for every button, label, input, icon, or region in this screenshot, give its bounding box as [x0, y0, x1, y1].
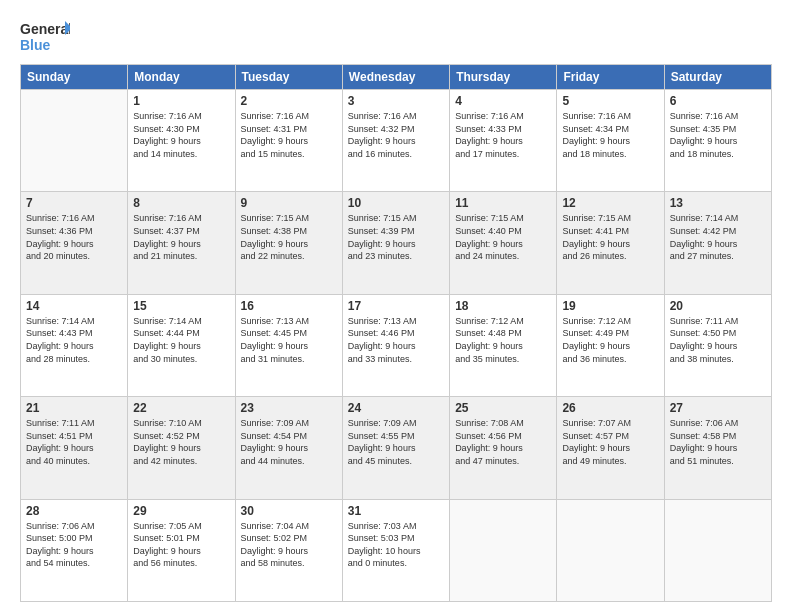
calendar-week-row: 21Sunrise: 7:11 AM Sunset: 4:51 PM Dayli…: [21, 397, 772, 499]
day-info: Sunrise: 7:06 AM Sunset: 4:58 PM Dayligh…: [670, 417, 766, 467]
day-number: 27: [670, 401, 766, 415]
day-number: 21: [26, 401, 122, 415]
calendar-week-row: 7Sunrise: 7:16 AM Sunset: 4:36 PM Daylig…: [21, 192, 772, 294]
day-number: 16: [241, 299, 337, 313]
logo-svg: General Blue: [20, 16, 70, 56]
calendar-day-11: 11Sunrise: 7:15 AM Sunset: 4:40 PM Dayli…: [450, 192, 557, 294]
weekday-header-monday: Monday: [128, 65, 235, 90]
calendar-day-empty: [664, 499, 771, 601]
day-info: Sunrise: 7:12 AM Sunset: 4:48 PM Dayligh…: [455, 315, 551, 365]
day-info: Sunrise: 7:12 AM Sunset: 4:49 PM Dayligh…: [562, 315, 658, 365]
calendar-day-25: 25Sunrise: 7:08 AM Sunset: 4:56 PM Dayli…: [450, 397, 557, 499]
weekday-header-thursday: Thursday: [450, 65, 557, 90]
calendar-day-31: 31Sunrise: 7:03 AM Sunset: 5:03 PM Dayli…: [342, 499, 449, 601]
calendar-day-5: 5Sunrise: 7:16 AM Sunset: 4:34 PM Daylig…: [557, 90, 664, 192]
day-number: 1: [133, 94, 229, 108]
day-number: 17: [348, 299, 444, 313]
day-info: Sunrise: 7:04 AM Sunset: 5:02 PM Dayligh…: [241, 520, 337, 570]
day-number: 10: [348, 196, 444, 210]
calendar-day-9: 9Sunrise: 7:15 AM Sunset: 4:38 PM Daylig…: [235, 192, 342, 294]
calendar-day-30: 30Sunrise: 7:04 AM Sunset: 5:02 PM Dayli…: [235, 499, 342, 601]
weekday-header-wednesday: Wednesday: [342, 65, 449, 90]
day-info: Sunrise: 7:06 AM Sunset: 5:00 PM Dayligh…: [26, 520, 122, 570]
day-info: Sunrise: 7:09 AM Sunset: 4:54 PM Dayligh…: [241, 417, 337, 467]
logo: General Blue: [20, 16, 70, 56]
day-info: Sunrise: 7:05 AM Sunset: 5:01 PM Dayligh…: [133, 520, 229, 570]
day-info: Sunrise: 7:16 AM Sunset: 4:37 PM Dayligh…: [133, 212, 229, 262]
day-info: Sunrise: 7:16 AM Sunset: 4:31 PM Dayligh…: [241, 110, 337, 160]
calendar-day-18: 18Sunrise: 7:12 AM Sunset: 4:48 PM Dayli…: [450, 294, 557, 396]
day-info: Sunrise: 7:16 AM Sunset: 4:32 PM Dayligh…: [348, 110, 444, 160]
day-info: Sunrise: 7:10 AM Sunset: 4:52 PM Dayligh…: [133, 417, 229, 467]
calendar-day-7: 7Sunrise: 7:16 AM Sunset: 4:36 PM Daylig…: [21, 192, 128, 294]
calendar-week-row: 14Sunrise: 7:14 AM Sunset: 4:43 PM Dayli…: [21, 294, 772, 396]
page-header: General Blue: [20, 16, 772, 56]
calendar-day-22: 22Sunrise: 7:10 AM Sunset: 4:52 PM Dayli…: [128, 397, 235, 499]
svg-text:General: General: [20, 21, 70, 37]
day-info: Sunrise: 7:15 AM Sunset: 4:38 PM Dayligh…: [241, 212, 337, 262]
calendar-day-2: 2Sunrise: 7:16 AM Sunset: 4:31 PM Daylig…: [235, 90, 342, 192]
calendar-day-26: 26Sunrise: 7:07 AM Sunset: 4:57 PM Dayli…: [557, 397, 664, 499]
calendar-week-row: 28Sunrise: 7:06 AM Sunset: 5:00 PM Dayli…: [21, 499, 772, 601]
calendar-table: SundayMondayTuesdayWednesdayThursdayFrid…: [20, 64, 772, 602]
day-number: 25: [455, 401, 551, 415]
day-number: 22: [133, 401, 229, 415]
calendar-day-12: 12Sunrise: 7:15 AM Sunset: 4:41 PM Dayli…: [557, 192, 664, 294]
svg-text:Blue: Blue: [20, 37, 51, 53]
day-info: Sunrise: 7:15 AM Sunset: 4:40 PM Dayligh…: [455, 212, 551, 262]
day-number: 5: [562, 94, 658, 108]
day-info: Sunrise: 7:14 AM Sunset: 4:44 PM Dayligh…: [133, 315, 229, 365]
day-info: Sunrise: 7:14 AM Sunset: 4:42 PM Dayligh…: [670, 212, 766, 262]
weekday-header-saturday: Saturday: [664, 65, 771, 90]
day-number: 2: [241, 94, 337, 108]
day-number: 7: [26, 196, 122, 210]
calendar-day-23: 23Sunrise: 7:09 AM Sunset: 4:54 PM Dayli…: [235, 397, 342, 499]
day-info: Sunrise: 7:09 AM Sunset: 4:55 PM Dayligh…: [348, 417, 444, 467]
day-info: Sunrise: 7:16 AM Sunset: 4:35 PM Dayligh…: [670, 110, 766, 160]
calendar-day-28: 28Sunrise: 7:06 AM Sunset: 5:00 PM Dayli…: [21, 499, 128, 601]
weekday-header-friday: Friday: [557, 65, 664, 90]
day-number: 31: [348, 504, 444, 518]
day-number: 8: [133, 196, 229, 210]
calendar-day-19: 19Sunrise: 7:12 AM Sunset: 4:49 PM Dayli…: [557, 294, 664, 396]
calendar-header-row: SundayMondayTuesdayWednesdayThursdayFrid…: [21, 65, 772, 90]
day-number: 30: [241, 504, 337, 518]
day-info: Sunrise: 7:03 AM Sunset: 5:03 PM Dayligh…: [348, 520, 444, 570]
day-number: 19: [562, 299, 658, 313]
calendar-day-17: 17Sunrise: 7:13 AM Sunset: 4:46 PM Dayli…: [342, 294, 449, 396]
day-info: Sunrise: 7:15 AM Sunset: 4:41 PM Dayligh…: [562, 212, 658, 262]
day-info: Sunrise: 7:16 AM Sunset: 4:30 PM Dayligh…: [133, 110, 229, 160]
day-number: 20: [670, 299, 766, 313]
calendar-day-24: 24Sunrise: 7:09 AM Sunset: 4:55 PM Dayli…: [342, 397, 449, 499]
day-number: 24: [348, 401, 444, 415]
weekday-header-tuesday: Tuesday: [235, 65, 342, 90]
day-number: 14: [26, 299, 122, 313]
day-number: 12: [562, 196, 658, 210]
day-number: 28: [26, 504, 122, 518]
day-number: 13: [670, 196, 766, 210]
calendar-day-empty: [21, 90, 128, 192]
day-number: 23: [241, 401, 337, 415]
day-info: Sunrise: 7:07 AM Sunset: 4:57 PM Dayligh…: [562, 417, 658, 467]
calendar-day-10: 10Sunrise: 7:15 AM Sunset: 4:39 PM Dayli…: [342, 192, 449, 294]
day-info: Sunrise: 7:13 AM Sunset: 4:46 PM Dayligh…: [348, 315, 444, 365]
day-number: 9: [241, 196, 337, 210]
calendar-day-4: 4Sunrise: 7:16 AM Sunset: 4:33 PM Daylig…: [450, 90, 557, 192]
calendar-day-14: 14Sunrise: 7:14 AM Sunset: 4:43 PM Dayli…: [21, 294, 128, 396]
calendar-week-row: 1Sunrise: 7:16 AM Sunset: 4:30 PM Daylig…: [21, 90, 772, 192]
calendar-day-27: 27Sunrise: 7:06 AM Sunset: 4:58 PM Dayli…: [664, 397, 771, 499]
day-number: 6: [670, 94, 766, 108]
calendar-day-3: 3Sunrise: 7:16 AM Sunset: 4:32 PM Daylig…: [342, 90, 449, 192]
day-info: Sunrise: 7:08 AM Sunset: 4:56 PM Dayligh…: [455, 417, 551, 467]
calendar-day-8: 8Sunrise: 7:16 AM Sunset: 4:37 PM Daylig…: [128, 192, 235, 294]
day-number: 29: [133, 504, 229, 518]
calendar-day-21: 21Sunrise: 7:11 AM Sunset: 4:51 PM Dayli…: [21, 397, 128, 499]
day-number: 11: [455, 196, 551, 210]
day-info: Sunrise: 7:15 AM Sunset: 4:39 PM Dayligh…: [348, 212, 444, 262]
day-info: Sunrise: 7:16 AM Sunset: 4:36 PM Dayligh…: [26, 212, 122, 262]
day-number: 18: [455, 299, 551, 313]
weekday-header-sunday: Sunday: [21, 65, 128, 90]
day-number: 26: [562, 401, 658, 415]
day-info: Sunrise: 7:11 AM Sunset: 4:50 PM Dayligh…: [670, 315, 766, 365]
calendar-day-16: 16Sunrise: 7:13 AM Sunset: 4:45 PM Dayli…: [235, 294, 342, 396]
